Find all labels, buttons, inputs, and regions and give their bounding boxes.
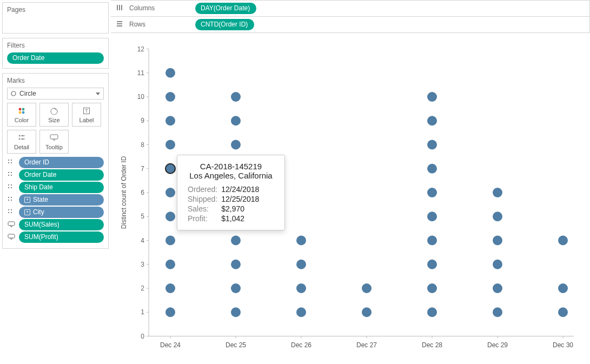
mark-pill[interactable]: Order ID xyxy=(19,157,104,168)
chart-point[interactable] xyxy=(493,236,502,246)
svg-text:Dec 27: Dec 27 xyxy=(356,341,377,349)
chart-point[interactable] xyxy=(296,307,306,317)
mark-pill[interactable]: City xyxy=(19,207,104,218)
svg-point-25 xyxy=(8,187,9,188)
chart-point[interactable] xyxy=(165,68,175,78)
chart-point[interactable] xyxy=(165,116,175,125)
mark-pill[interactable]: SUM(Sales) xyxy=(19,219,104,230)
chart-point[interactable] xyxy=(493,307,502,317)
svg-point-34 xyxy=(11,211,12,213)
chart-point[interactable] xyxy=(231,140,241,150)
chart-point[interactable] xyxy=(493,283,502,293)
pages-label: Pages xyxy=(7,6,104,14)
svg-point-17 xyxy=(8,162,9,163)
chart-point[interactable] xyxy=(427,211,437,221)
tooltip-icon xyxy=(7,234,16,241)
detail-icon xyxy=(7,171,16,179)
rows-pill[interactable]: CNTD(Order ID) xyxy=(195,19,254,30)
chart-point[interactable] xyxy=(427,140,437,150)
chart-point[interactable] xyxy=(165,92,175,102)
rows-shelf[interactable]: Rows CNTD(Order ID) xyxy=(111,17,590,33)
chart-point[interactable] xyxy=(296,283,306,293)
chart-point[interactable] xyxy=(231,283,241,293)
chart-point[interactable] xyxy=(231,260,241,269)
chart-point[interactable] xyxy=(427,236,437,246)
chart-point[interactable] xyxy=(427,283,437,293)
chart-point[interactable] xyxy=(493,188,502,197)
svg-text:T: T xyxy=(85,108,88,114)
svg-text:10: 10 xyxy=(137,93,145,101)
detail-icon xyxy=(7,159,16,167)
filter-pill-order-date[interactable]: Order Date xyxy=(7,52,104,64)
mark-size-button[interactable]: Size xyxy=(39,103,69,127)
chart-point-highlighted[interactable] xyxy=(165,164,175,174)
chart-point[interactable] xyxy=(493,211,502,221)
chart-point[interactable] xyxy=(296,260,306,269)
chart-point[interactable] xyxy=(231,92,241,102)
tooltip-row-label: Shipped: xyxy=(187,194,221,204)
tooltip-location: Los Angeles, California xyxy=(187,171,275,180)
mark-pill-row: Order ID xyxy=(7,157,104,168)
svg-text:Dec 25: Dec 25 xyxy=(226,341,246,349)
tooltip-icon xyxy=(50,134,58,142)
svg-text:12: 12 xyxy=(137,45,145,53)
svg-rect-40 xyxy=(117,21,122,22)
chart-point[interactable] xyxy=(165,236,175,246)
tooltip-row-value: 12/25/2018 xyxy=(221,194,260,204)
chart-point[interactable] xyxy=(558,283,568,293)
chart-point[interactable] xyxy=(165,188,175,197)
svg-text:Dec 28: Dec 28 xyxy=(422,341,442,349)
chart-point[interactable] xyxy=(427,307,437,317)
svg-point-27 xyxy=(8,196,9,197)
chart-point[interactable] xyxy=(427,188,437,197)
svg-rect-35 xyxy=(8,222,15,226)
chart-point[interactable] xyxy=(427,92,437,102)
svg-rect-14 xyxy=(50,135,58,139)
filters-label: Filters xyxy=(7,42,104,49)
mark-detail-button[interactable]: Detail xyxy=(7,130,36,154)
svg-rect-39 xyxy=(121,5,122,10)
mark-type-dropdown[interactable]: Circle xyxy=(7,88,104,100)
svg-point-23 xyxy=(8,184,9,185)
columns-pill[interactable]: DAY(Order Date) xyxy=(195,3,256,14)
mark-pill-row: City xyxy=(7,207,104,218)
chart-point[interactable] xyxy=(362,307,372,317)
detail-icon xyxy=(7,209,16,216)
mark-color-button[interactable]: Color xyxy=(7,103,36,127)
mark-pill[interactable]: Ship Date xyxy=(19,182,104,193)
marks-label: Marks xyxy=(7,77,104,84)
mark-pill[interactable]: SUM(Profit) xyxy=(19,231,104,243)
svg-point-32 xyxy=(11,209,12,210)
chart-point[interactable] xyxy=(231,116,241,125)
chart-point[interactable] xyxy=(296,236,306,246)
chart-point[interactable] xyxy=(427,164,437,174)
svg-text:2: 2 xyxy=(141,284,144,292)
svg-point-1 xyxy=(19,108,22,110)
mark-pill[interactable]: Order Date xyxy=(19,169,104,181)
svg-point-5 xyxy=(51,108,57,115)
columns-shelf[interactable]: Columns DAY(Order Date) xyxy=(111,0,590,17)
chart-point[interactable] xyxy=(165,260,175,269)
mark-pill-row: SUM(Profit) xyxy=(7,231,104,243)
chart-point[interactable] xyxy=(493,260,502,269)
chart-point[interactable] xyxy=(427,116,437,125)
chart-point[interactable] xyxy=(165,283,175,293)
chart-point[interactable] xyxy=(362,283,372,293)
mark-tooltip-button[interactable]: Tooltip xyxy=(39,130,69,154)
chart-point[interactable] xyxy=(165,211,175,221)
mark-pill[interactable]: State xyxy=(19,194,104,206)
chart-tooltip: CA-2018-145219 Los Angeles, California O… xyxy=(177,155,285,230)
chart-point[interactable] xyxy=(165,140,175,150)
chart-point[interactable] xyxy=(558,307,568,317)
mark-pill-row: State xyxy=(7,194,104,206)
chart-point[interactable] xyxy=(231,236,241,246)
chart-point[interactable] xyxy=(558,236,568,246)
mark-label-button[interactable]: T Label xyxy=(72,103,101,127)
svg-text:0: 0 xyxy=(141,333,144,340)
chart-point[interactable] xyxy=(165,307,175,317)
svg-point-22 xyxy=(11,174,12,175)
chart-point[interactable] xyxy=(427,260,437,269)
color-icon xyxy=(18,107,25,115)
chart-point[interactable] xyxy=(231,307,241,317)
svg-text:1: 1 xyxy=(141,308,144,316)
